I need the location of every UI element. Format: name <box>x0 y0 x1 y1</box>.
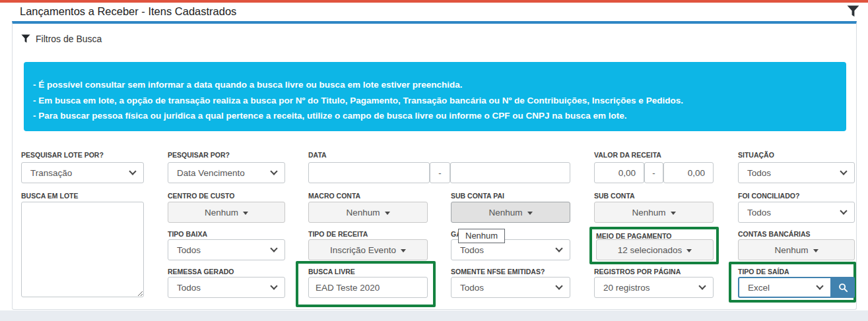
pesquisar-lote-por-label: PESQUISAR LOTE POR? <box>21 151 104 159</box>
macro-conta-dropdown[interactable]: Nenhum <box>308 202 428 223</box>
pesquisar-por-select[interactable]: Data Vencimento <box>168 162 285 183</box>
page-title: Lançamentos a Receber - Itens Cadastrado… <box>20 5 236 18</box>
page: Lançamentos a Receber - Itens Cadastrado… <box>0 0 868 321</box>
registros-por-pagina-select[interactable]: 20 registros <box>594 277 714 298</box>
select-value: Todos <box>747 208 771 218</box>
chevron-down-icon <box>555 245 562 252</box>
filter-icon <box>21 34 30 44</box>
dropdown-value: Nenhum <box>774 245 808 255</box>
caret-down-icon <box>686 249 692 252</box>
caret-down-icon <box>813 249 818 252</box>
chevron-down-icon <box>270 245 277 252</box>
select-value: 20 registros <box>603 283 650 293</box>
caret-down-icon <box>671 212 676 215</box>
notice-line: - É possível consultar sem informar a da… <box>33 77 833 93</box>
caret-down-icon <box>401 249 406 252</box>
dropdown-value: Nenhum <box>488 208 522 218</box>
valor-range-separator: - <box>644 162 663 183</box>
chevron-down-icon <box>270 282 277 289</box>
select-value: Transação <box>30 168 72 178</box>
dropdown-value: Nenhum <box>205 208 238 218</box>
filter-icon[interactable] <box>847 5 859 18</box>
sub-conta-label: SUB CONTA <box>594 192 635 200</box>
chevron-down-icon <box>555 282 562 289</box>
search-button[interactable] <box>832 277 855 298</box>
sub-conta-pai-label: SUB CONTA PAI <box>451 192 504 200</box>
busca-em-lote-textarea[interactable] <box>21 202 144 297</box>
valor-to-input[interactable] <box>663 162 714 183</box>
select-value: Todos <box>747 168 771 178</box>
somente-nfse-select[interactable]: Todos <box>451 277 570 298</box>
dropdown-value: 12 selecionados <box>618 245 683 255</box>
panel-header: Filtros de Busca <box>21 34 102 44</box>
busca-em-lote-label: BUSCA EM LOTE <box>21 192 79 200</box>
pesquisar-lote-por-select[interactable]: Transação <box>21 162 144 183</box>
chevron-down-icon <box>129 167 136 175</box>
select-value: Todos <box>460 245 484 255</box>
valor-from-input[interactable] <box>594 162 644 183</box>
foi-conciliado-label: FOI CONCILIADO? <box>738 192 799 200</box>
select-value: Excel <box>748 283 770 293</box>
remessa-gerado-select[interactable]: Todos <box>168 277 285 298</box>
chevron-down-icon <box>270 167 277 175</box>
contas-bancarias-label: CONTAS BANCÁRIAS <box>738 230 810 238</box>
top-accent-bar <box>0 0 868 3</box>
select-value: Todos <box>460 283 484 293</box>
caret-down-icon <box>385 212 390 215</box>
meio-de-pagamento-dropdown[interactable]: 12 selecionados <box>596 239 714 260</box>
chevron-down-icon <box>816 282 823 289</box>
tipo-baixa-select[interactable]: Todos <box>168 239 285 260</box>
tipo-de-receita-dropdown[interactable]: Inscrição Evento <box>308 239 428 260</box>
data-range-separator: - <box>430 162 450 183</box>
somente-nfse-label: SOMENTE NFSE EMITIDAS? <box>451 268 545 276</box>
foi-conciliado-select[interactable]: Todos <box>738 202 855 223</box>
footer-bar <box>0 310 868 321</box>
remessa-gerado-label: REMESSA GERADO <box>168 268 234 276</box>
chevron-down-icon <box>840 167 847 175</box>
select-value: Todos <box>177 283 201 293</box>
notice-line: - Em busca em lote, a opção de transação… <box>33 93 833 109</box>
busca-livre-input[interactable] <box>308 277 428 298</box>
caret-down-icon <box>527 212 533 215</box>
sub-conta-dropdown[interactable]: Nenhum <box>594 202 714 223</box>
busca-livre-label: BUSCA LIVRE <box>308 268 355 276</box>
panel-header-label: Filtros de Busca <box>36 34 102 44</box>
tipo-de-saida-label: TIPO DE SAÍDA <box>738 268 789 276</box>
contas-bancarias-dropdown[interactable]: Nenhum <box>738 239 855 260</box>
search-icon <box>838 283 848 293</box>
data-to-input[interactable] <box>450 162 570 183</box>
select-value: Todos <box>177 245 201 255</box>
dropdown-value: Nenhum <box>346 208 380 218</box>
macro-conta-label: MACRO CONTA <box>308 192 360 200</box>
centro-de-custo-dropdown[interactable]: Nenhum <box>168 202 285 223</box>
tipo-de-saida-select[interactable]: Excel <box>738 277 832 298</box>
chevron-down-icon <box>840 207 847 214</box>
dropdown-value: Nenhum <box>632 208 665 218</box>
chevron-down-icon <box>698 282 706 289</box>
tipo-de-receita-label: TIPO DE RECEITA <box>308 230 368 238</box>
data-label: DATA <box>308 151 327 159</box>
valor-da-receita-label: VALOR DA RECEITA <box>594 151 661 159</box>
tooltip: Nenhum <box>458 229 505 243</box>
sub-conta-pai-dropdown[interactable]: Nenhum <box>451 202 570 223</box>
tipo-baixa-label: TIPO BAIXA <box>168 230 207 238</box>
caret-down-icon <box>243 212 248 215</box>
centro-de-custo-label: CENTRO DE CUSTO <box>168 192 234 200</box>
situacao-select[interactable]: Todos <box>738 162 855 183</box>
info-notice: - É possível consultar sem informar a da… <box>24 62 846 131</box>
dropdown-value: Inscrição Evento <box>330 245 396 255</box>
select-value: Data Vencimento <box>177 168 245 178</box>
situacao-label: SITUAÇÃO <box>738 151 774 159</box>
registros-por-pagina-label: REGISTROS POR PÁGINA <box>594 268 681 276</box>
notice-line: - Para buscar pessoa física ou juridica … <box>33 108 833 124</box>
pesquisar-por-label: PESQUISAR POR? <box>168 151 230 159</box>
data-from-input[interactable] <box>308 162 430 183</box>
